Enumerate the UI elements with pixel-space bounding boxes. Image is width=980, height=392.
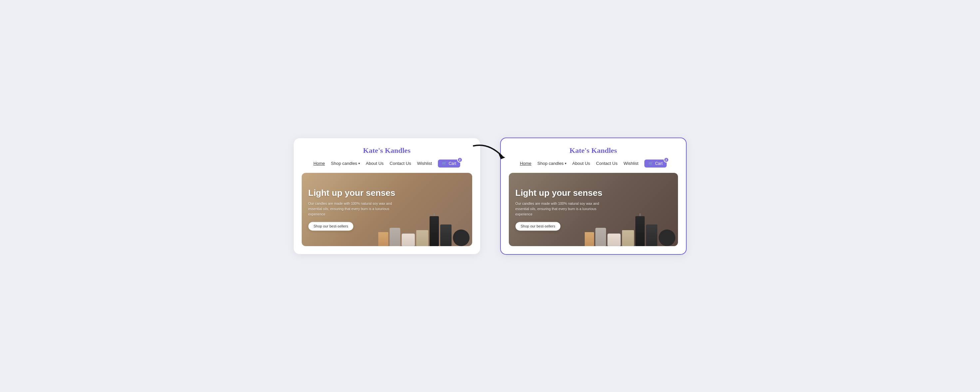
candle-box-2 — [416, 230, 428, 246]
nav-shop-left[interactable]: Shop candles — [331, 161, 360, 166]
hero-cta-right[interactable]: Shop our best-sellers — [515, 222, 561, 231]
candle-round-r1 — [659, 229, 675, 246]
site-title-right: Kate's Kandles — [509, 146, 678, 155]
candle-box-1 — [378, 232, 388, 246]
candle-box-r1 — [585, 232, 594, 246]
nav-about-left[interactable]: About Us — [366, 161, 383, 166]
cart-icon-left: 🛒 — [442, 161, 447, 166]
card-before: Kate's Kandles Home Shop candles About U… — [294, 138, 480, 254]
hero-banner-right: Light up your senses Our candles are mad… — [509, 173, 678, 246]
hero-heading-left: Light up your senses — [309, 188, 397, 198]
candle-tall-1 — [430, 216, 439, 246]
hero-banner-left: Light up your senses Our candles are mad… — [302, 173, 472, 246]
nav-home-right[interactable]: Home — [520, 161, 531, 166]
page-wrapper: Kate's Kandles Home Shop candles About U… — [257, 137, 723, 255]
site-title-left: Kate's Kandles — [302, 146, 472, 155]
cart-label-left: Cart — [449, 161, 456, 166]
hero-content-left: Light up your senses Our candles are mad… — [309, 188, 397, 231]
nav-contact-right[interactable]: Contact Us — [596, 161, 617, 166]
nav-contact-left[interactable]: Contact Us — [390, 161, 411, 166]
candle-jar-r1 — [608, 233, 621, 246]
hero-cta-left[interactable]: Shop our best-sellers — [309, 222, 354, 231]
candle-box-r2 — [622, 230, 634, 246]
hero-content-right: Light up your senses Our candles are mad… — [515, 188, 603, 231]
candle-round-1 — [453, 229, 469, 246]
candle-medium-r1 — [646, 225, 657, 246]
svg-marker-0 — [498, 153, 505, 159]
nav-shop-right[interactable]: Shop candles — [538, 161, 566, 166]
nav-wishlist-left[interactable]: Wishlist — [417, 161, 432, 166]
hero-heading-right: Light up your senses — [515, 188, 603, 198]
cart-button-right[interactable]: 🛒 Cart 2 — [644, 159, 667, 167]
nav-home-left[interactable]: Home — [313, 161, 325, 166]
hero-subtext-left: Our candles are made with 100% natural s… — [309, 201, 397, 217]
card-after: Kate's Kandles Home Shop candles About U… — [500, 137, 687, 255]
nav-about-right[interactable]: About Us — [573, 161, 590, 166]
cart-badge-left: 2 — [457, 157, 463, 163]
nav-wishlist-right[interactable]: Wishlist — [624, 161, 638, 166]
candle-tall-r1 — [635, 216, 645, 246]
cart-button-left[interactable]: 🛒 Cart 2 — [438, 159, 460, 167]
hero-subtext-right: Our candles are made with 100% natural s… — [515, 201, 603, 217]
navbar-right: Home Shop candles About Us Contact Us Wi… — [509, 159, 678, 167]
cart-badge-right: 2 — [663, 157, 669, 163]
candle-jar-1 — [402, 233, 415, 246]
candle-medium-1 — [440, 225, 452, 246]
cart-icon-right: 🛒 — [648, 161, 653, 166]
arrow-indicator — [470, 141, 510, 164]
cart-label-right: Cart — [655, 161, 663, 166]
navbar-left: Home Shop candles About Us Contact Us Wi… — [302, 159, 472, 167]
